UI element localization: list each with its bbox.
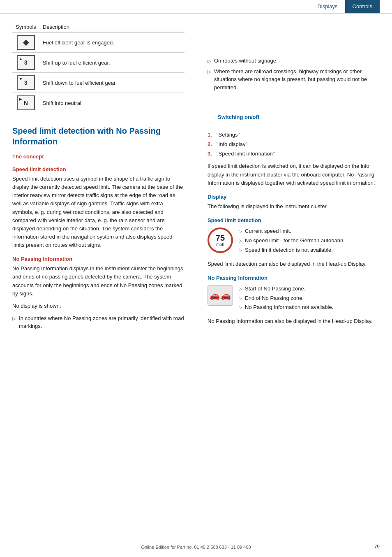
divider [208, 99, 380, 99]
triangle-icon: ▷ [239, 304, 242, 311]
right-column: ▷ On routes without signage. ▷ Where the… [197, 14, 392, 343]
switching-subtitle: Switching on/off [208, 106, 392, 128]
symbol-up3: ▲ 3 [17, 55, 35, 70]
description-fuel-efficient: Fuel efficient gear is engaged. [39, 32, 184, 53]
down-arrow-icon: ▼ [19, 77, 23, 81]
table-row: ▲ 3 Shift up to fuel efficient gear. [12, 53, 184, 73]
triangle-icon: ▷ [239, 228, 242, 235]
list-item: ▷ In countries where No Passing zones ar… [12, 314, 184, 330]
step1-text: "Settings" [217, 131, 240, 139]
no-pass-bullet2: End of No Passing zone. [245, 295, 304, 302]
no-passing-sign: 🚗 🚗 [208, 285, 233, 306]
symbol-neutral-cell: ▶ N [12, 93, 39, 113]
header-tabs: Displays Controls [0, 0, 392, 14]
list-item: ▷ No speed limit - for the German autoba… [239, 237, 345, 245]
col-symbols-header: Symbols [12, 22, 39, 32]
table-row: ◆ Fuel efficient gear is engaged. [12, 32, 184, 53]
number-3-down: 3 [24, 79, 28, 86]
triangle-icon: ▷ [239, 247, 242, 254]
speed-sign: 75 mph [208, 227, 233, 253]
up-arrow-icon: ▲ [19, 57, 23, 61]
list-item: ▷ Speed limit detection is not available… [239, 246, 345, 254]
list-item: ▷ Current speed limit. [239, 227, 345, 235]
switching-steps: 1. "Settings" 2. "Info display" 3. "Spee… [208, 131, 380, 158]
play-arrow-icon: ▶ [19, 97, 22, 101]
table-row: ▼ 3 Shift down to fuel efficient gear. [12, 73, 184, 93]
list-item: 3. "Speed limit information" [208, 150, 380, 158]
step-number-2: 2. [208, 140, 214, 149]
list-item: 1. "Settings" [208, 131, 380, 139]
symbol-diamond-cell: ◆ [12, 32, 39, 53]
bullet2-text: On routes without signage. [214, 57, 278, 65]
number-3-up: 3 [24, 59, 28, 66]
description-neutral: Shift into neutral. [39, 93, 184, 113]
description-shift-up: Shift up to fuel efficient gear. [39, 53, 184, 73]
list-item: ▷ End of No Passing zone. [239, 295, 333, 302]
speed-hud-note: Speed limit detection can also be displa… [208, 260, 380, 268]
symbol-down3: ▼ 3 [17, 75, 35, 90]
speed-limit-display-subtitle: Speed limit detection [208, 217, 380, 223]
speed-value: 75 [216, 233, 225, 242]
tab-controls[interactable]: Controls [345, 0, 380, 13]
speed-limit-body: Speed limit detection uses a symbol in t… [12, 175, 184, 249]
triangle-icon: ▷ [239, 295, 242, 302]
list-item: ▷ Start of No Passing zone. [239, 285, 333, 293]
step-number-3: 3. [208, 150, 214, 158]
speed-bullet1: Current speed limit. [245, 227, 291, 235]
switching-body: If speed limit detection is switched on,… [208, 162, 380, 187]
no-display-bullets: ▷ In countries where No Passing zones ar… [12, 314, 184, 330]
bullet3-text: Where there are railroad crossings, high… [214, 67, 380, 92]
list-item: ▷ On routes without signage. [208, 57, 380, 65]
symbols-table: Symbols Description ◆ Fuel efficient gea… [12, 22, 184, 113]
triangle-icon: ▷ [239, 238, 242, 244]
speed-bullet2: No speed limit - for the German autobahn… [245, 237, 345, 245]
no-passing-body: No Passing Information displays in the i… [12, 265, 184, 298]
footer-copyright: Online Edition for Part no. 01 40 2 608 … [141, 545, 251, 550]
col-description-header: Description [39, 22, 184, 32]
page-footer: Online Edition for Part no. 01 40 2 608 … [0, 545, 392, 550]
description-shift-down: Shift down to fuel efficient gear. [39, 73, 184, 93]
triangle-icon: ▷ [208, 58, 211, 65]
symbol-neutral: ▶ N [17, 95, 35, 110]
tab-displays[interactable]: Displays [310, 0, 345, 13]
step3-text: "Speed limit information" [217, 150, 274, 158]
left-column: Symbols Description ◆ Fuel efficient gea… [0, 14, 197, 343]
table-row: ▶ N Shift into neutral. [12, 93, 184, 113]
main-title: Speed limit detection with No Passing In… [12, 125, 184, 147]
list-item: ▷ No Passing Information not available. [239, 304, 333, 311]
car-icon-1: 🚗 [210, 290, 220, 300]
continuation-bullets: ▷ On routes without signage. ▷ Where the… [208, 57, 380, 91]
step2-text: "Info display" [217, 140, 247, 149]
display-subtitle: Display [208, 194, 380, 200]
symbol-down3-cell: ▼ 3 [12, 73, 39, 93]
diamond-icon: ◆ [23, 38, 29, 47]
speed-bullets: ▷ Current speed limit. ▷ No speed limit … [239, 227, 345, 256]
car-icon-2: 🚗 [221, 290, 231, 300]
letter-n: N [24, 100, 28, 106]
page-number: 79 [374, 544, 380, 550]
triangle-icon: ▷ [239, 286, 242, 292]
no-display-label: No display is shown: [12, 302, 184, 310]
no-passing-display-subtitle: No Passing Information [208, 275, 380, 281]
speed-limit-subtitle-left: Speed limit detection [12, 166, 184, 172]
triangle-icon: ▷ [208, 68, 211, 75]
no-pass-hud-note: No Passing Information can also be displ… [208, 317, 380, 325]
speed-unit: mph [216, 242, 224, 247]
concept-subtitle: The concept [12, 153, 184, 160]
list-item: ▷ Where there are railroad crossings, hi… [208, 67, 380, 92]
step-number-1: 1. [208, 131, 214, 139]
bullet1-text: In countries where No Passing zones are … [19, 314, 184, 330]
triangle-icon: ▷ [12, 315, 16, 322]
no-pass-bullets: ▷ Start of No Passing zone. ▷ End of No … [239, 285, 333, 313]
list-item: 2. "Info display" [208, 140, 380, 149]
page-content: Symbols Description ◆ Fuel efficient gea… [0, 14, 392, 343]
no-passing-display-box: 🚗 🚗 ▷ Start of No Passing zone. ▷ End of… [208, 285, 380, 313]
symbol-diamond: ◆ [17, 35, 35, 50]
symbol-up3-cell: ▲ 3 [12, 53, 39, 73]
no-pass-bullet1: Start of No Passing zone. [245, 285, 305, 293]
no-pass-bullet3: No Passing Information not available. [245, 304, 333, 311]
speed-display-box: 75 mph ▷ Current speed limit. ▷ No speed… [208, 227, 380, 256]
display-body: The following is displayed in the instru… [208, 202, 380, 211]
no-passing-subtitle-left: No Passing Information [12, 256, 184, 262]
speed-bullet3: Speed limit detection is not available. [245, 246, 333, 254]
